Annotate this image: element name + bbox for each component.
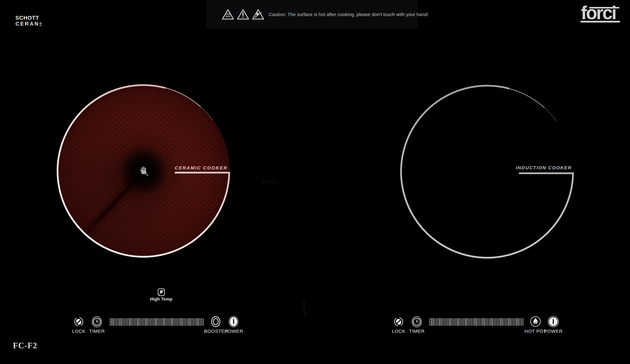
- slider-tick[interactable]: [115, 318, 115, 326]
- slider-tick[interactable]: [188, 318, 189, 326]
- slider-tick[interactable]: [179, 318, 180, 326]
- lock-button-left[interactable]: [74, 316, 84, 328]
- slider-tick[interactable]: [484, 318, 485, 326]
- slider-tick[interactable]: [486, 318, 486, 326]
- slider-tick[interactable]: [518, 318, 518, 326]
- slider-tick[interactable]: [434, 318, 435, 326]
- power-button-left[interactable]: [228, 316, 238, 328]
- slider-tick[interactable]: [110, 318, 110, 326]
- slider-tick[interactable]: [153, 318, 154, 326]
- slider-tick[interactable]: [436, 318, 436, 326]
- slider-tick[interactable]: [468, 318, 469, 326]
- slider-tick[interactable]: [505, 318, 506, 326]
- slider-tick[interactable]: [120, 318, 120, 326]
- slider-tick[interactable]: [126, 318, 126, 326]
- slider-tick[interactable]: [508, 318, 509, 326]
- slider-tick[interactable]: [137, 318, 138, 326]
- slider-tick[interactable]: [457, 318, 458, 326]
- slider-tick[interactable]: [463, 318, 464, 326]
- slider-tick[interactable]: [172, 318, 173, 326]
- slider-tick[interactable]: [113, 318, 114, 326]
- slider-tick[interactable]: [466, 318, 467, 326]
- booster-button[interactable]: [211, 316, 220, 327]
- slider-tick[interactable]: [455, 318, 456, 326]
- slider-tick[interactable]: [430, 318, 430, 326]
- slider-tick[interactable]: [452, 318, 453, 326]
- slider-tick[interactable]: [158, 318, 158, 326]
- slider-tick[interactable]: [490, 318, 491, 326]
- slider-tick[interactable]: [168, 318, 168, 326]
- slider-tick[interactable]: [161, 318, 162, 326]
- slider-tick[interactable]: [520, 318, 520, 326]
- slider-tick[interactable]: [150, 318, 150, 326]
- slider-tick[interactable]: [488, 318, 488, 326]
- slider-tick[interactable]: [196, 318, 197, 326]
- slider-tick[interactable]: [450, 318, 451, 326]
- slider-tick[interactable]: [116, 318, 117, 326]
- slider-tick[interactable]: [180, 318, 181, 326]
- slider-tick[interactable]: [134, 318, 134, 326]
- slider-tick[interactable]: [433, 318, 433, 326]
- slider-tick[interactable]: [160, 318, 160, 326]
- slider-tick[interactable]: [171, 318, 171, 326]
- slider-tick[interactable]: [513, 318, 514, 326]
- slider-tick[interactable]: [174, 318, 175, 326]
- power-button-right[interactable]: [548, 316, 559, 328]
- slider-tick[interactable]: [166, 318, 167, 326]
- slider-tick[interactable]: [124, 318, 125, 326]
- slider-tick[interactable]: [156, 318, 157, 326]
- slider-tick[interactable]: [128, 318, 128, 326]
- slider-tick[interactable]: [112, 318, 112, 326]
- slider-tick[interactable]: [510, 318, 510, 326]
- slider-tick[interactable]: [144, 318, 144, 326]
- slider-tick[interactable]: [198, 318, 198, 326]
- slider-tick[interactable]: [504, 318, 504, 326]
- slider-tick[interactable]: [512, 318, 512, 326]
- timer-button-right[interactable]: [412, 316, 422, 328]
- slider-tick[interactable]: [200, 318, 200, 326]
- slider-tick[interactable]: [515, 318, 515, 326]
- slider-tick[interactable]: [494, 318, 494, 326]
- slider-tick[interactable]: [194, 318, 194, 326]
- slider-tick[interactable]: [169, 318, 170, 326]
- slider-tick[interactable]: [202, 318, 202, 326]
- slider-tick[interactable]: [465, 318, 466, 326]
- timer-button-left[interactable]: [92, 316, 102, 328]
- slider-tick[interactable]: [132, 318, 133, 326]
- slider-tick[interactable]: [470, 318, 470, 326]
- slider-tick[interactable]: [438, 318, 438, 326]
- slider-tick[interactable]: [523, 318, 523, 326]
- slider-tick[interactable]: [441, 318, 441, 326]
- slider-tick[interactable]: [492, 318, 493, 326]
- slider-tick[interactable]: [177, 318, 178, 326]
- slider-tick[interactable]: [462, 318, 462, 326]
- slider-tick[interactable]: [502, 318, 502, 326]
- slider-tick[interactable]: [184, 318, 184, 326]
- slider-tick[interactable]: [454, 318, 454, 326]
- slider-tick[interactable]: [481, 318, 482, 326]
- slider-tick[interactable]: [176, 318, 176, 326]
- slider-tick[interactable]: [142, 318, 142, 326]
- slider-tick[interactable]: [447, 318, 448, 326]
- slider-tick[interactable]: [129, 318, 130, 326]
- lock-button-right[interactable]: [394, 316, 404, 328]
- slider-tick[interactable]: [195, 318, 196, 326]
- slider-tick[interactable]: [190, 318, 190, 326]
- power-slider-left[interactable]: [110, 318, 204, 326]
- slider-tick[interactable]: [123, 318, 123, 326]
- slider-tick[interactable]: [186, 318, 186, 326]
- slider-tick[interactable]: [431, 318, 432, 326]
- slider-tick[interactable]: [148, 318, 149, 326]
- slider-tick[interactable]: [192, 318, 192, 326]
- slider-tick[interactable]: [444, 318, 444, 326]
- slider-tick[interactable]: [442, 318, 443, 326]
- slider-tick[interactable]: [449, 318, 449, 326]
- slider-tick[interactable]: [480, 318, 480, 326]
- slider-tick[interactable]: [474, 318, 475, 326]
- hot-pot-button[interactable]: [530, 316, 541, 327]
- slider-tick[interactable]: [155, 318, 155, 326]
- slider-tick[interactable]: [521, 318, 522, 326]
- slider-tick[interactable]: [478, 318, 478, 326]
- slider-tick[interactable]: [121, 318, 122, 326]
- slider-tick[interactable]: [145, 318, 146, 326]
